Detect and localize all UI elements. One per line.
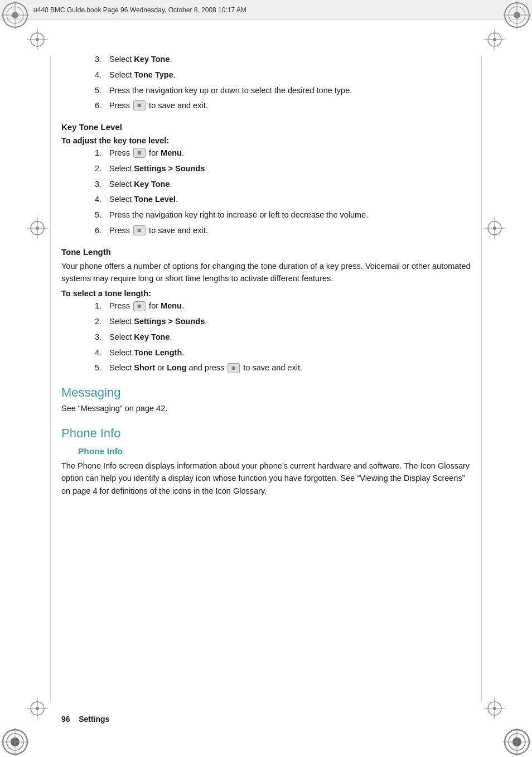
list-item: 6. Press ▦ to save and exit. — [95, 100, 471, 112]
menu-button-icon: ▦ — [133, 148, 146, 158]
tone-length-heading: Tone Length — [61, 247, 471, 257]
footer-section: Settings — [79, 715, 109, 724]
key-tone-level-steps: 1. Press ▦ for Menu. 2. Select Settings … — [95, 147, 471, 237]
list-item: 5. Press the navigation key up or down t… — [95, 85, 471, 97]
header-text: u440 BMC Guide.book Page 96 Wednesday, O… — [33, 6, 246, 14]
list-item: 4. Select Tone Length. — [95, 347, 471, 359]
phone-info-body: The Phone Info screen displays informati… — [61, 460, 471, 497]
key-tone-level-instruction: To adjust the key tone level: — [61, 136, 471, 145]
key-tone-level-heading: Key Tone Level — [61, 122, 471, 132]
tone-length-steps: 1. Press ▦ for Menu. 2. Select Settings … — [95, 300, 471, 374]
corner-decoration-br — [503, 728, 531, 756]
messaging-body: See “Messaging” on page 42. — [61, 402, 471, 414]
phone-info-section: Phone Info Phone Info The Phone Info scr… — [61, 426, 471, 497]
list-item: 5. Press the navigation key right to inc… — [95, 209, 471, 221]
crosshair-bottom-left — [27, 698, 48, 719]
crosshair-mid-left — [27, 218, 48, 239]
initial-steps-list: 3. Select Key Tone. 4. Select Tone Type.… — [95, 54, 471, 112]
messaging-heading: Messaging — [61, 385, 471, 400]
crosshair-top-left — [27, 29, 48, 50]
tone-length-section: Tone Length Your phone offers a number o… — [61, 247, 471, 375]
key-tone-level-section: Key Tone Level To adjust the key tone le… — [61, 122, 471, 237]
tone-length-instruction: To select a tone length: — [61, 289, 471, 298]
list-item: 5. Select Short or Long and press ▦ to s… — [95, 362, 471, 374]
right-border — [481, 56, 482, 701]
messaging-section: Messaging See “Messaging” on page 42. — [61, 385, 471, 414]
phone-info-teal-heading: Phone Info — [61, 426, 471, 441]
page-number: 96 — [61, 715, 70, 724]
corner-decoration-tl — [1, 1, 29, 29]
list-item: 3. Select Key Tone. — [95, 331, 471, 344]
crosshair-mid-right — [484, 218, 505, 239]
crosshair-top-right — [484, 29, 505, 50]
menu-button-icon: ▦ — [133, 301, 146, 311]
main-content: 3. Select Key Tone. 4. Select Tone Type.… — [61, 20, 471, 546]
list-item: 3. Select Key Tone. — [95, 54, 471, 66]
corner-decoration-tr — [503, 1, 531, 29]
list-item: 3. Select Key Tone. — [95, 179, 471, 191]
list-item: 6. Press ▦ to save and exit. — [95, 225, 471, 237]
tone-length-body: Your phone offers a number of options fo… — [61, 260, 471, 285]
list-item: 1. Press ▦ for Menu. — [95, 300, 471, 312]
list-item: 1. Press ▦ for Menu. — [95, 147, 471, 160]
left-border — [50, 56, 51, 701]
menu-button-icon: ▦ — [228, 363, 240, 373]
corner-decoration-bl — [1, 728, 29, 756]
crosshair-bottom-right — [484, 698, 505, 719]
phone-info-subheading: Phone Info — [78, 446, 471, 456]
menu-button-icon: ▦ — [133, 225, 146, 235]
list-item: 4. Select Tone Level. — [95, 194, 471, 206]
list-item: 4. Select Tone Type. — [95, 69, 471, 81]
menu-button-icon: ▦ — [133, 100, 146, 110]
header-bar: u440 BMC Guide.book Page 96 Wednesday, O… — [0, 0, 532, 20]
list-item: 2. Select Settings > Sounds. — [95, 316, 471, 328]
page-footer: 96 Settings — [61, 715, 109, 724]
list-item: 2. Select Settings > Sounds. — [95, 163, 471, 175]
